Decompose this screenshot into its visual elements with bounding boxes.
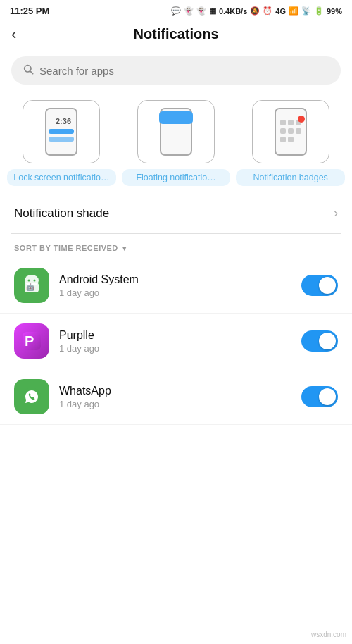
status-bar: 11:25 PM 💬 👻 👻 ▦ 0.4KB/s 🔕 ⏰ 4G 📶 📡 🔋 99…: [0, 0, 352, 19]
lock-screen-card[interactable]: 2:36 Lock screen notificatio…: [7, 100, 116, 186]
notification-types-section: 2:36 Lock screen notificatio… Floating n…: [0, 92, 352, 193]
whatsapp-toggle-wrap[interactable]: [301, 386, 338, 407]
notification-shade-row[interactable]: Notification shade ›: [0, 193, 352, 233]
lock-screen-icon-wrap: 2:36: [23, 100, 100, 163]
whatsapp-toggle[interactable]: [301, 386, 338, 407]
svg-text:🤖: 🤖: [26, 283, 35, 292]
app-row-purplle: P Purplle 1 day ago: [0, 314, 352, 369]
sort-label[interactable]: SORT BY TIME RECEIVED ▼: [0, 234, 352, 258]
purplle-toggle-knob: [319, 333, 336, 349]
purplle-toggle-wrap[interactable]: [301, 330, 338, 352]
svg-rect-5: [49, 137, 74, 142]
notification-shade-label: Notification shade: [14, 206, 109, 221]
svg-rect-7: [159, 111, 193, 124]
notification-shade-chevron: ›: [334, 206, 338, 221]
android-system-time: 1 day ago: [59, 287, 291, 298]
purplle-name: Purplle: [59, 329, 291, 342]
svg-rect-10: [288, 120, 294, 125]
android-system-toggle-knob: [319, 277, 336, 294]
purplle-toggle[interactable]: [301, 330, 338, 352]
purplle-time: 1 day ago: [59, 343, 291, 354]
search-input[interactable]: [39, 65, 329, 77]
svg-text:2:36: 2:36: [56, 117, 71, 125]
purplle-icon: P: [14, 323, 49, 359]
badge-card[interactable]: Notification badges: [236, 100, 345, 186]
battery-percent: 99%: [327, 7, 342, 16]
sort-label-text: SORT BY TIME RECEIVED: [14, 244, 118, 252]
whatsapp-icon: [14, 379, 49, 414]
lock-screen-label: Lock screen notificatio…: [7, 169, 116, 186]
wifi-icon: 📡: [301, 6, 311, 16]
badge-icon-wrap: [252, 100, 329, 163]
android-system-toggle[interactable]: [301, 275, 338, 296]
back-button[interactable]: ‹: [11, 27, 16, 42]
svg-point-0: [25, 66, 31, 72]
status-time: 11:25 PM: [10, 6, 49, 16]
battery-icon: 🔋: [314, 6, 324, 16]
watermark: wsxdn.com: [311, 631, 346, 638]
svg-point-17: [298, 116, 305, 123]
page-title: Notifications: [133, 26, 218, 42]
floating-icon-wrap: [137, 100, 215, 163]
search-section: [0, 49, 352, 92]
svg-point-20: [28, 280, 30, 282]
android-system-icon: 🤖: [14, 268, 49, 303]
snapchat-icon: 👻: [184, 6, 194, 16]
svg-rect-4: [49, 129, 74, 134]
snapchat2-icon: 👻: [196, 6, 206, 16]
badge-label: Notification badges: [236, 169, 345, 186]
search-bar[interactable]: [11, 56, 341, 85]
alarm-icon: ⏰: [263, 6, 272, 16]
svg-rect-15: [280, 137, 286, 142]
status-icons: 💬 👻 👻 ▦ 0.4KB/s 🔕 ⏰ 4G 📶 📡 🔋 99%: [171, 6, 342, 16]
sim-icon: ▦: [209, 6, 216, 16]
page-header: ‹ Notifications: [0, 19, 352, 49]
search-icon: [23, 63, 34, 78]
android-system-name: Android System: [59, 273, 291, 286]
app-row-whatsapp: WhatsApp 1 day ago: [0, 369, 352, 425]
floating-label: Floating notificatio…: [122, 169, 231, 186]
svg-rect-9: [280, 120, 286, 125]
svg-text:P: P: [25, 333, 34, 349]
purplle-info: Purplle 1 day ago: [59, 329, 291, 354]
sort-arrow-icon: ▼: [121, 244, 128, 252]
whatsapp-info: WhatsApp 1 day ago: [59, 385, 291, 409]
floating-card[interactable]: Floating notificatio…: [122, 100, 231, 186]
svg-rect-16: [288, 137, 294, 142]
speed-label: 0.4KB/s: [219, 7, 247, 16]
app-list: 🤖 Android System 1 day ago: [0, 258, 352, 425]
svg-line-1: [30, 71, 32, 73]
whatsapp-status-icon: 💬: [171, 6, 181, 16]
whatsapp-time: 1 day ago: [59, 399, 291, 409]
svg-rect-14: [296, 128, 301, 134]
svg-point-21: [34, 280, 36, 282]
app-row-android-system: 🤖 Android System 1 day ago: [0, 258, 352, 314]
whatsapp-toggle-knob: [319, 388, 336, 405]
android-system-info: Android System 1 day ago: [59, 273, 291, 298]
mute-icon: 🔕: [250, 6, 260, 16]
android-system-toggle-wrap[interactable]: [301, 275, 338, 296]
svg-rect-12: [280, 128, 286, 134]
svg-rect-13: [288, 128, 294, 134]
data-icon: 4G: [275, 7, 286, 16]
signal-icon: 📶: [289, 6, 298, 16]
whatsapp-name: WhatsApp: [59, 385, 291, 397]
